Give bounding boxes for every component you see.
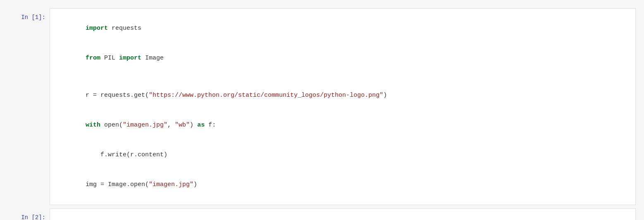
plain-paren-close: ) (383, 92, 387, 99)
plain-r-assign: r = requests.get( (86, 92, 149, 99)
code-line-1: import requests (56, 14, 630, 43)
plain-image: Image (141, 55, 164, 62)
code-line-img: img (56, 214, 630, 220)
keyword-with: with (86, 122, 100, 129)
keyword-import-2: import (119, 55, 141, 62)
cell-2: In [2]: img (0, 208, 644, 220)
str-url: "https://www.python.org/static/community… (149, 92, 383, 99)
str-imagen2: "imagen.jpg" (149, 181, 193, 188)
plain-comma: , (167, 122, 175, 129)
keyword-from: from (86, 55, 100, 62)
keyword-import-1: import (86, 25, 108, 32)
str-imagen: "imagen.jpg" (123, 122, 167, 129)
str-wb: "wb" (175, 122, 190, 129)
cell-1: In [1]: import requests from PIL import … (0, 8, 644, 205)
plain-open: open( (100, 122, 123, 129)
code-line-6: img = Image.open("imagen.jpg") (56, 170, 630, 200)
code-line-4: with open("imagen.jpg", "wb") as f: (56, 110, 630, 140)
plain-img-assign: img = Image.open( (86, 181, 149, 188)
code-line-5: f.write(r.content) (56, 140, 630, 170)
cell-2-content[interactable]: img (50, 208, 636, 220)
code-line-2: from PIL import Image (56, 43, 630, 73)
cell-2-label-text: In [2]: (21, 214, 45, 220)
cell-separator-1 (0, 205, 644, 208)
plain-f-colon: f: (205, 122, 216, 129)
plain-requests: requests (108, 25, 141, 32)
cell-1-label-text: In [1]: (21, 14, 45, 21)
cell-2-label: In [2]: (0, 208, 50, 220)
notebook: In [1]: import requests from PIL import … (0, 8, 644, 220)
plain-close2: ) (193, 181, 197, 188)
code-line-blank (56, 73, 630, 81)
keyword-as: as (197, 122, 205, 129)
plain-paren2: ) (190, 122, 197, 129)
plain-fwrite: f.write(r.content) (86, 151, 167, 158)
cell-1-content[interactable]: import requests from PIL import Image r … (50, 8, 636, 205)
cell-1-label: In [1]: (0, 8, 50, 26)
plain-pil: PIL (100, 55, 119, 62)
code-line-3: r = requests.get("https://www.python.org… (56, 81, 630, 110)
